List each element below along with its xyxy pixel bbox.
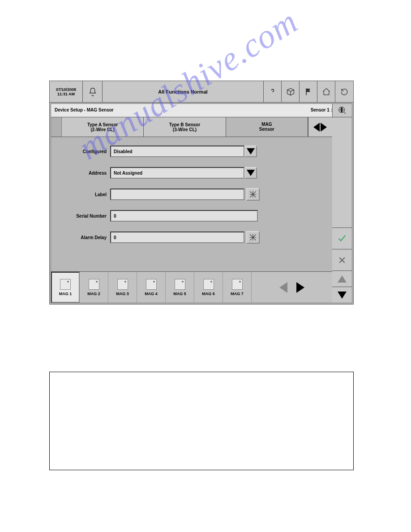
package-button[interactable] <box>282 81 300 102</box>
chevron-down-icon <box>247 148 255 154</box>
arrow-down-icon <box>338 292 347 299</box>
up-button[interactable] <box>332 270 352 287</box>
time-text: 11:31 AM <box>57 92 75 96</box>
tab-prev-button[interactable] <box>313 123 320 132</box>
mag-selector-row: MAG 1 MAG 2 MAG 3 MAG 4 <box>51 271 332 303</box>
check-icon <box>337 234 347 244</box>
delay-input[interactable]: 0 <box>110 232 244 243</box>
main-column: Type A Sensor (2-Wire CL) Type B Sensor … <box>51 117 332 303</box>
arrow-up-icon <box>338 275 347 283</box>
mag-icon <box>89 279 99 290</box>
box-icon <box>286 87 295 96</box>
delay-keypad-button[interactable] <box>246 231 260 244</box>
inner-frame: Device Setup - MAG Sensor Sensor 1 : Typ… <box>51 103 352 303</box>
refresh-icon <box>340 87 349 96</box>
side-column <box>332 117 352 303</box>
mag-icon <box>117 279 128 290</box>
status-text: All Functions Normal <box>103 81 264 102</box>
mag-icon <box>203 279 214 290</box>
cancel-button[interactable] <box>332 249 352 270</box>
ok-button[interactable] <box>332 227 352 249</box>
row-address: Address Not Assigned <box>56 164 327 182</box>
mag-cell-7[interactable]: MAG 7 <box>223 272 252 303</box>
configured-dropdown[interactable]: Disabled <box>110 146 244 157</box>
mag-icon <box>175 279 185 290</box>
row-label: Label <box>56 185 327 203</box>
mag-nav <box>252 272 332 303</box>
tab-c-line2: Sensor <box>259 127 274 132</box>
address-dropdown-arrow[interactable] <box>244 167 257 179</box>
home-button[interactable] <box>317 81 335 102</box>
datetime-cell: 07/10/2008 11:31 AM <box>50 81 83 102</box>
side-spacer <box>332 117 352 227</box>
label-keypad-button[interactable] <box>246 188 260 201</box>
tab-next-button[interactable] <box>321 123 327 132</box>
tab-b-line2: (3-Wire CL) <box>173 127 197 132</box>
body-row: Type A Sensor (2-Wire CL) Type B Sensor … <box>51 117 352 303</box>
flag-icon <box>304 87 313 96</box>
inner-title: Device Setup - MAG Sensor <box>51 104 305 117</box>
sensor-indicator: Sensor 1 : <box>305 104 332 117</box>
tab-nav <box>308 117 332 137</box>
tab-a-line2: (2-Wire CL) <box>91 127 115 132</box>
mag-icon <box>146 279 157 290</box>
tab-row: Type A Sensor (2-Wire CL) Type B Sensor … <box>51 117 332 137</box>
tab-stub <box>51 117 62 137</box>
mag-prev-button[interactable] <box>279 282 287 293</box>
tab-a-line1: Type A Sensor <box>87 122 118 127</box>
mag-cell-4[interactable]: MAG 4 <box>137 272 166 303</box>
down-button[interactable] <box>332 287 352 303</box>
mag-label-4: MAG 4 <box>145 292 158 296</box>
alarm-bell-button[interactable] <box>83 81 103 102</box>
tab-c-line1: MAG <box>261 122 272 127</box>
serial-label: Serial Number <box>56 214 110 219</box>
serial-input[interactable]: 0 <box>110 210 258 222</box>
flag-button[interactable] <box>300 81 317 102</box>
tab-type-a[interactable]: Type A Sensor (2-Wire CL) <box>62 117 144 137</box>
keypad-icon <box>249 190 257 198</box>
cross-icon <box>338 256 347 265</box>
mag-label-6: MAG 6 <box>202 292 215 296</box>
mag-label-2: MAG 2 <box>87 292 100 296</box>
mag-cell-2[interactable]: MAG 2 <box>80 272 108 303</box>
configured-dropdown-arrow[interactable] <box>244 146 257 157</box>
mag-next-button[interactable] <box>296 282 304 293</box>
tab-type-b[interactable]: Type B Sensor (3-Wire CL) <box>144 117 226 137</box>
configured-value: Disabled <box>114 149 133 154</box>
mag-cell-1[interactable]: MAG 1 <box>51 272 80 303</box>
bell-icon <box>88 87 98 97</box>
mag-icon <box>232 279 243 290</box>
label-input[interactable] <box>110 189 244 200</box>
mag-cell-3[interactable]: MAG 3 <box>108 272 137 303</box>
date-text: 07/10/2008 <box>56 87 76 92</box>
delay-label: Alarm Delay <box>56 235 110 240</box>
mag-label-7: MAG 7 <box>231 292 244 296</box>
address-dropdown[interactable]: Not Assigned <box>110 167 244 179</box>
row-delay: Alarm Delay 0 <box>56 228 327 246</box>
device-setup-window: 07/10/2008 11:31 AM All Functions Normal… <box>49 81 354 305</box>
home-icon <box>322 87 331 96</box>
serial-value: 0 <box>114 214 116 219</box>
inner-titlebar: Device Setup - MAG Sensor Sensor 1 : <box>51 104 352 117</box>
delay-value: 0 <box>114 235 116 240</box>
mag-icon <box>60 279 71 290</box>
mag-cell-6[interactable]: MAG 6 <box>194 272 223 303</box>
label-label: Label <box>56 192 110 197</box>
empty-frame <box>49 372 354 470</box>
mag-label-5: MAG 5 <box>173 292 186 296</box>
globe-search-icon <box>338 106 347 116</box>
mag-label-3: MAG 3 <box>116 292 129 296</box>
tab-b-line1: Type B Sensor <box>169 122 200 127</box>
form-area: Configured Disabled Address Not Assigned <box>51 137 332 271</box>
help-icon <box>268 87 277 97</box>
tab-mag[interactable]: MAG Sensor <box>226 117 308 137</box>
refresh-button[interactable] <box>335 81 353 102</box>
chevron-down-icon <box>247 170 255 176</box>
row-configured: Configured Disabled <box>56 142 327 160</box>
search-button[interactable] <box>332 104 352 117</box>
address-label: Address <box>56 171 110 176</box>
keypad-icon <box>249 233 257 241</box>
mag-cell-5[interactable]: MAG 5 <box>166 272 194 303</box>
address-value: Not Assigned <box>114 171 142 176</box>
help-button[interactable] <box>264 81 282 102</box>
